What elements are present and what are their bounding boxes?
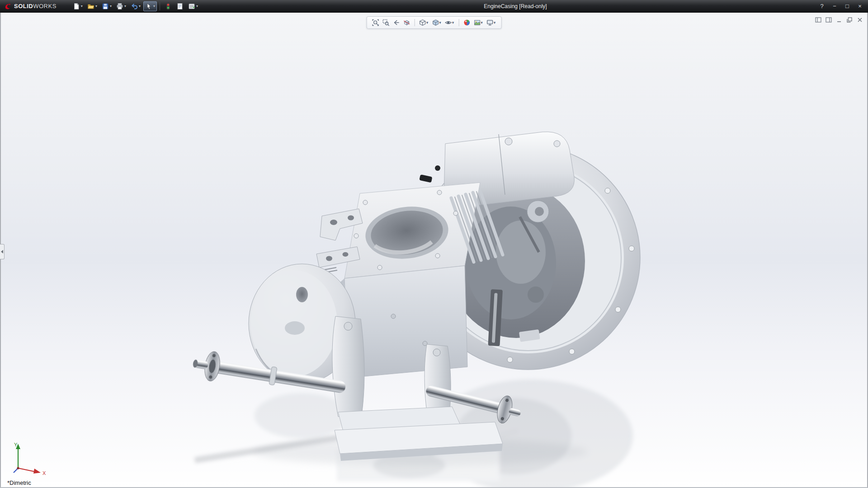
collapse-arrow-icon [1,250,3,253]
engine-casing-model[interactable] [0,13,868,488]
maximize-button[interactable]: □ [843,2,852,11]
select-cursor-icon [145,3,152,10]
undo-button[interactable]: ▾ [129,1,142,11]
document-window-controls [815,16,863,23]
apply-scene-icon [473,19,481,26]
feature-pane-toggle-button[interactable] [815,16,822,23]
previous-view-button[interactable] [392,18,401,27]
display-style-caret[interactable]: ▾ [439,21,441,25]
hide-show-items-eye-icon [445,19,452,26]
edit-appearance-button[interactable] [462,18,471,27]
save-dropdown-caret[interactable]: ▾ [110,5,112,8]
apply-scene-caret[interactable]: ▾ [481,21,483,25]
titlebar: SOLIDWORKS ▾ ▾ ▾ [0,0,868,13]
hud-separator-2 [458,19,459,26]
file-properties-icon [176,3,184,10]
save-button[interactable]: ▾ [100,1,113,11]
section-view-icon [403,19,410,26]
previous-view-icon [393,19,400,26]
zoom-to-area-icon [382,19,390,26]
zoom-to-area-button[interactable] [382,18,391,27]
options-icon [188,3,195,10]
minimize-button[interactable]: − [830,2,839,11]
display-style-button[interactable]: ▾ [431,18,443,27]
view-settings-button[interactable]: ▾ [486,18,497,27]
document-title: EngineCasing [Read-only] [484,0,547,13]
view-settings-icon [486,19,494,26]
standard-toolbar: ▾ ▾ ▾ ▾ [63,1,200,11]
select-dropdown-caret[interactable]: ▾ [153,5,155,8]
new-document-icon [73,3,80,10]
print-dropdown-caret[interactable]: ▾ [124,5,126,8]
hide-show-items-caret[interactable]: ▾ [452,21,454,25]
view-orientation-caret[interactable]: ▾ [426,21,429,25]
triad-y-label: Y [14,442,18,447]
toolbar-separator [160,2,160,10]
undo-dropdown-caret[interactable]: ▾ [139,5,141,8]
restore-document-icon [846,16,853,23]
app-logo: SOLIDWORKS [0,2,63,10]
heads-up-view-toolbar: ▾ ▾ ▾ [367,16,502,29]
window-controls: ? − □ × [817,0,864,13]
zoom-to-fit-icon [372,19,379,26]
solidworks-logo-icon [4,2,12,10]
view-orientation-label: *Dimetric [7,479,31,486]
new-dropdown-caret[interactable]: ▾ [81,5,83,8]
display-pane-icon [825,16,832,23]
logo-bold: SOLID [14,3,33,9]
section-view-button[interactable] [402,18,411,27]
edit-appearance-sphere-icon [463,19,470,26]
triad-x-label: X [42,470,46,476]
undo-icon [131,3,138,10]
display-pane-toggle-button[interactable] [825,16,832,23]
open-icon [87,3,94,10]
help-button[interactable]: ? [817,2,826,11]
zoom-to-fit-button[interactable] [371,18,380,27]
options-button[interactable]: ▾ [186,1,200,11]
app-logo-text: SOLIDWORKS [14,3,57,9]
view-orientation-button[interactable]: ▾ [418,18,430,27]
view-orientation-cube-icon [419,19,426,26]
close-document-button[interactable] [856,16,863,23]
reference-triad: Y X [9,440,50,476]
hud-separator [415,19,415,26]
display-style-icon [432,19,439,26]
rebuild-traffic-light-icon [165,3,172,10]
rebuild-button[interactable] [163,1,174,11]
file-properties-button[interactable] [175,1,185,11]
close-button[interactable]: × [855,2,864,11]
minimize-document-icon [835,16,843,23]
restore-document-button[interactable] [846,16,853,23]
apply-scene-button[interactable]: ▾ [472,18,484,27]
feature-pane-icon [815,16,822,23]
graphics-viewport[interactable]: ▾ ▾ ▾ [0,13,868,488]
open-dropdown-caret[interactable]: ▾ [95,5,97,8]
print-icon [116,3,123,10]
view-settings-caret[interactable]: ▾ [494,21,496,25]
logo-light: WORKS [33,3,57,9]
options-dropdown-caret[interactable]: ▾ [196,5,198,8]
minimize-document-button[interactable] [835,16,843,23]
print-button[interactable]: ▾ [114,1,128,11]
feature-manager-collapse-handle[interactable] [0,244,5,259]
open-button[interactable]: ▾ [85,1,99,11]
select-button[interactable]: ▾ [143,1,157,11]
save-icon [102,3,109,10]
hide-show-items-button[interactable]: ▾ [444,18,456,27]
new-document-button[interactable]: ▾ [71,1,85,11]
close-document-icon [856,16,863,23]
